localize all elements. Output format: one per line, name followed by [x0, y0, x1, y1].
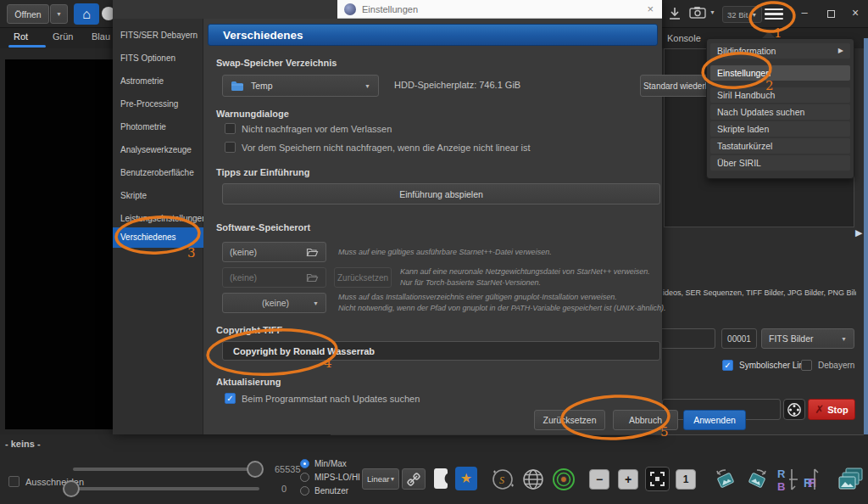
open-dropdown-button[interactable]: ▼	[50, 4, 68, 24]
stop-button[interactable]: ✗ Stop	[808, 399, 855, 420]
tab-konsole[interactable]: Konsole	[667, 33, 701, 43]
nav-benutzeroberflaeche[interactable]: Benutzeroberfläche	[113, 163, 203, 183]
nav-pre-processing[interactable]: Pre-Processing	[113, 94, 203, 115]
hamburger-menu-button[interactable]	[765, 6, 783, 22]
link-channels-button[interactable]	[402, 468, 426, 490]
menu-item-einstellungen[interactable]: Einstellungen	[710, 65, 850, 81]
menu-item-skripte-laden[interactable]: Skripte laden	[710, 121, 850, 137]
starnet-file-chooser[interactable]: (keine)	[222, 242, 326, 262]
settings-nav: FITS/SER Debayern FITS Optionen Astromet…	[113, 19, 203, 434]
menu-item-bildinformation[interactable]: Bildinformation ▶	[710, 43, 850, 59]
image-stack-button[interactable]	[836, 465, 865, 494]
swap-folder-value: Temp	[251, 81, 273, 91]
dialog-titlebar[interactable]: Einstellungen ×	[337, 0, 662, 19]
radio-minmax-dot[interactable]	[300, 459, 309, 468]
radio-minmax[interactable]: Min/Max	[300, 459, 347, 468]
target-button[interactable]	[552, 468, 576, 491]
window-maximize-button[interactable]	[821, 4, 840, 23]
footer-apply-button[interactable]: Anwenden	[683, 410, 746, 430]
nav-fits-optionen[interactable]: FITS Optionen	[113, 48, 203, 69]
nav-analysewerkzeuge[interactable]: Analysewerkzeuge	[113, 140, 203, 160]
play-intro-button[interactable]: Einführung abspielen	[222, 183, 660, 204]
window-close-button[interactable]: ×	[846, 4, 865, 23]
radio-benutzer[interactable]: Benutzer	[300, 486, 348, 496]
nav-photometrie[interactable]: Photometrie	[113, 117, 203, 137]
tab-gruen[interactable]: Grün	[53, 31, 73, 42]
warn-save-checkbox[interactable]	[225, 142, 236, 153]
film-reel-icon	[787, 402, 802, 417]
flip-vertical-button[interactable]: RB	[775, 467, 800, 492]
dialog-close-button[interactable]: ×	[647, 3, 654, 15]
format-dropdown-value: FITS Bilder	[769, 333, 814, 344]
format-dropdown[interactable]: FITS Bilder ▼	[761, 328, 854, 349]
nav-fits-ser-debayern[interactable]: FITS/SER Debayern	[113, 25, 203, 46]
zoom-out-button[interactable]: −	[589, 469, 609, 490]
hamburger-menu: Bildinformation ▶ Einstellungen Siril Ha…	[706, 38, 854, 179]
symlink-checkbox-row[interactable]: ✓ Symbolischer Link	[722, 360, 808, 371]
menu-item-siril-handbuch[interactable]: Siril Handbuch	[710, 87, 850, 103]
symlink-checkbox[interactable]: ✓	[722, 360, 733, 371]
bit-depth-dropdown[interactable]: 32 Bit ▼	[722, 6, 762, 23]
zoom-in-button[interactable]: +	[618, 469, 638, 490]
debayer-checkbox-row[interactable]: Debayern	[801, 360, 854, 371]
warn-exit-checkbox[interactable]	[225, 123, 236, 134]
radio-mips-dot[interactable]	[300, 473, 309, 482]
chevron-down-icon: ▼	[751, 12, 757, 18]
home-button[interactable]: ⌂	[74, 3, 99, 25]
download-icon[interactable]	[666, 5, 683, 22]
chevron-down-icon: ▼	[841, 336, 847, 342]
orbit-icon: S	[489, 466, 516, 493]
tab-blau[interactable]: Blau	[92, 31, 110, 42]
copyright-input[interactable]: Copyright by Ronald Wasserrab	[222, 341, 660, 361]
starnet-file-value: (keine)	[230, 247, 257, 257]
chevron-down-icon: ▼	[364, 83, 370, 89]
rotate-left-button[interactable]	[713, 467, 738, 492]
menu-item-nach-updates-suchen[interactable]: Nach Updates suchen	[710, 104, 850, 120]
cut-checkbox[interactable]	[8, 476, 19, 487]
swap-folder-dropdown[interactable]: Temp ▼	[222, 75, 379, 97]
high-slider-handle[interactable]	[247, 461, 264, 478]
high-slider-track[interactable]	[73, 468, 261, 471]
zoom-fit-button[interactable]	[645, 467, 670, 491]
update-checkbox-row[interactable]: ✓ Beim Programmstart nach Updates suchen	[225, 393, 420, 404]
tab-rot[interactable]: Rot	[14, 31, 28, 42]
menu-item-tastaturkuerzel[interactable]: Tastaturkürzel	[710, 138, 850, 154]
warn-exit-checkbox-row[interactable]: Nicht nachfragen vor dem Verlassen	[225, 123, 392, 134]
snapshot-button[interactable]: ▼	[689, 6, 715, 19]
image-canvas[interactable]	[5, 59, 113, 429]
scale-dropdown[interactable]: Linear ▼	[362, 468, 399, 490]
flip-vertical-icon: RB	[775, 467, 800, 492]
nav-astrometrie[interactable]: Astrometrie	[113, 71, 203, 92]
open-button[interactable]: Öffnen	[7, 4, 49, 24]
film-button[interactable]	[783, 399, 805, 420]
low-slider-handle[interactable]	[63, 480, 80, 497]
rotate-right-button[interactable]	[744, 467, 770, 492]
warn-save-checkbox-row[interactable]: Vor dem Speichern nicht nachfragen, wenn…	[225, 142, 531, 153]
debayer-checkbox[interactable]	[801, 360, 812, 371]
nav-leistungseinstellungen[interactable]: Leistungseinstellungen	[113, 209, 203, 229]
zoom-one-button[interactable]: 1	[676, 469, 696, 490]
menu-item-bildinformation-label: Bildinformation	[717, 43, 776, 59]
weights-reset-button[interactable]: Zurücksetzen	[334, 267, 392, 288]
layer-name-label: - keins -	[5, 439, 41, 449]
sequence-name-input[interactable]	[661, 328, 715, 349]
gnuplot-dropdown[interactable]: (keine) ▼	[222, 293, 326, 313]
weights-file-chooser[interactable]: (keine)	[222, 267, 326, 288]
photometry-button[interactable]: S	[489, 466, 516, 493]
astrometry-button[interactable]	[521, 468, 545, 491]
mirror-button[interactable]: RR	[802, 467, 827, 492]
menu-item-ueber-siril[interactable]: Über SIRIL	[710, 155, 850, 171]
window-minimize-button[interactable]: –	[795, 4, 814, 23]
radio-mips[interactable]: MIPS-LO/HI	[300, 473, 360, 482]
swap-section-title: Swap-Speicher Verzeichnis	[216, 58, 337, 68]
sequence-index-field[interactable]: 00001	[721, 328, 757, 349]
mask-button[interactable]	[431, 467, 451, 490]
radio-benutzer-dot[interactable]	[300, 486, 309, 496]
star-detection-button[interactable]: ★	[455, 467, 477, 490]
nav-skripte[interactable]: Skripte	[113, 186, 203, 206]
low-slider-track[interactable]	[66, 487, 259, 490]
panel-expander-icon[interactable]: ▶	[855, 227, 862, 238]
update-checkbox[interactable]: ✓	[225, 393, 236, 404]
footer-reset-button[interactable]: Zurücksetzen	[534, 410, 605, 430]
hdd-space-label: HDD-Speicherplatz: 746.1 GiB	[394, 80, 520, 90]
